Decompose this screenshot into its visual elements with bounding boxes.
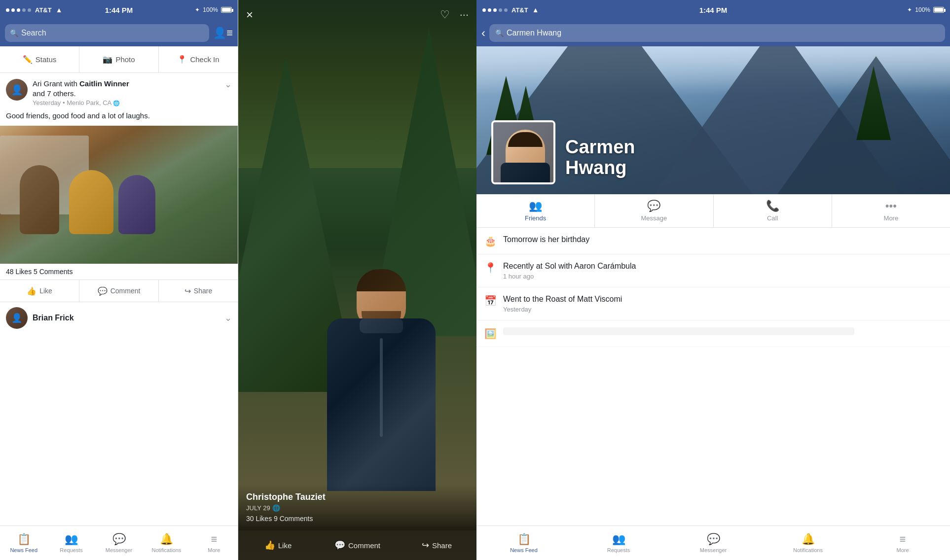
- comment-button[interactable]: 💬 Comment: [79, 280, 159, 302]
- signal-dot-p3-4: [499, 8, 502, 12]
- nav-requests-p3[interactable]: 👥 Requests: [571, 526, 666, 560]
- photo-label: Photo: [115, 55, 135, 64]
- avatar-hair: [508, 132, 543, 147]
- share-icon: ↪: [184, 286, 191, 296]
- nav-notifications-p3[interactable]: 🔔 Notifications: [761, 526, 855, 560]
- status-button[interactable]: ✏️ Status: [0, 46, 79, 72]
- nav-messenger[interactable]: 💬 Messenger: [95, 526, 143, 560]
- signal-dot-2: [11, 8, 15, 12]
- battery-fill-p3: [934, 8, 943, 12]
- post-photo[interactable]: [0, 126, 238, 264]
- more-icon-p1: ≡: [211, 533, 217, 546]
- post-sep: •: [63, 99, 65, 106]
- photo-info-bar: Christophe Tauziet JULY 29 🌐 30 Likes 9 …: [238, 484, 476, 530]
- photo-share-button[interactable]: ↪ Share: [397, 540, 476, 551]
- more-dots-icon[interactable]: ···: [460, 8, 469, 21]
- requests-label-p3: Requests: [607, 547, 630, 553]
- carrier-text-p3: AT&T: [512, 6, 528, 14]
- message-action-icon: 💬: [647, 200, 660, 212]
- wifi-icon: ▲: [56, 6, 63, 14]
- location-content: Recently at Sol with Aaron Carámbula 1 h…: [503, 261, 942, 280]
- nav-news-feed[interactable]: 📋 News Feed: [0, 526, 47, 560]
- nav-messenger-p3[interactable]: 💬 Messenger: [666, 526, 761, 560]
- battery-icon-p3: [933, 7, 944, 13]
- signal-dot-p3-2: [488, 8, 491, 12]
- post-text: Good friends, good food and a lot of lau…: [0, 110, 238, 126]
- checkin-label: Check In: [190, 55, 219, 64]
- post-date: Yesterday: [33, 99, 61, 106]
- nav-more-p1[interactable]: ≡ More: [190, 526, 238, 560]
- messenger-label-p3: Messenger: [700, 547, 727, 553]
- next-post-chevron: ⌄: [224, 313, 232, 323]
- photo-top-actions: ♡ ···: [440, 8, 469, 21]
- status-right-p3: ✦ 100%: [907, 6, 944, 13]
- next-post-preview: 👤 Brian Frick ⌄: [0, 302, 238, 334]
- like-label: Like: [39, 287, 52, 295]
- nav-more-p3[interactable]: ≡ More: [855, 526, 950, 560]
- profile-search-bar[interactable]: 🔍 Carmen Hwang: [489, 24, 945, 42]
- signal-dot-p3-1: [482, 8, 486, 12]
- more-label-p1: More: [208, 547, 220, 553]
- more-profile-button[interactable]: ••• More: [832, 194, 950, 227]
- photo-share-label: Share: [432, 541, 452, 550]
- notifications-label-p1: Notifications: [151, 547, 181, 553]
- friends-action-icon: 👥: [529, 200, 542, 212]
- friends-icon[interactable]: 👤≡: [213, 27, 233, 39]
- signal-dot-p3-3: [493, 8, 497, 12]
- status-time-p3: 1:44 PM: [699, 6, 728, 14]
- search-bar-p1: 🔍 Search 👤≡: [0, 20, 238, 46]
- photo-button[interactable]: 📷 Photo: [79, 46, 159, 72]
- share-label: Share: [194, 287, 212, 295]
- message-button[interactable]: 💬 Message: [595, 194, 713, 227]
- notifications-icon-p1: 🔔: [160, 533, 173, 546]
- info-birthday: 🎂 Tomorrow is her birthday: [476, 228, 950, 254]
- like-button[interactable]: 👍 Like: [0, 280, 79, 302]
- checkin-icon: 📍: [177, 55, 187, 64]
- messenger-icon: 💬: [112, 533, 126, 546]
- photo-comment-button[interactable]: 💬 Comment: [318, 540, 397, 551]
- signal-dot-4: [22, 8, 26, 12]
- nav-news-feed-p3[interactable]: 📋 News Feed: [476, 526, 571, 560]
- battery-body-p3: [933, 7, 944, 13]
- nav-requests[interactable]: 👥 Requests: [47, 526, 95, 560]
- info-event: 📅 Went to the Roast of Matt Viscomi Yest…: [476, 287, 950, 320]
- news-feed-label-p3: News Feed: [510, 547, 538, 553]
- checkin-button[interactable]: 📍 Check In: [159, 46, 238, 72]
- more-label-p3: More: [896, 547, 909, 553]
- signal-dot-5: [28, 8, 31, 12]
- search-input-container[interactable]: 🔍 Search: [5, 24, 209, 42]
- share-button[interactable]: ↪ Share: [159, 280, 238, 302]
- status-bar-p3: AT&T ▲ 1:44 PM ✦ 100%: [476, 0, 950, 20]
- post-chevron-icon[interactable]: ⌄: [224, 79, 232, 90]
- info-list: 🎂 Tomorrow is her birthday 📍 Recently at…: [476, 228, 950, 525]
- news-feed-icon: 📋: [17, 533, 31, 546]
- photo-viewer-panel: × ♡ ··· Christophe Tauziet JULY 29 🌐 30 …: [238, 0, 476, 560]
- nav-notifications-p1[interactable]: 🔔 Notifications: [143, 526, 190, 560]
- profile-avatar-image: [491, 120, 555, 184]
- bluetooth-icon-p3: ✦: [907, 6, 912, 13]
- birthday-icon: 🎂: [484, 235, 496, 247]
- back-button[interactable]: ‹: [481, 26, 485, 40]
- carrier-text: AT&T: [35, 6, 52, 14]
- post-location: Yesterday • Menlo Park, CA 🌐: [33, 99, 219, 106]
- friends-action-label: Friends: [525, 214, 546, 222]
- photo-date-text: JULY 29: [246, 504, 270, 512]
- battery-text-p3: 100%: [915, 6, 930, 13]
- profile-actions: 👥 Friends 💬 Message 📞 Call ••• More: [476, 194, 950, 228]
- call-button[interactable]: 📞 Call: [714, 194, 832, 227]
- search-icon: 🔍: [10, 29, 18, 37]
- heart-icon[interactable]: ♡: [440, 8, 450, 21]
- partial-icon: 🖼️: [484, 328, 496, 340]
- call-action-label: Call: [767, 214, 778, 222]
- battery-tip: [232, 9, 233, 12]
- search-placeholder: Search: [21, 29, 46, 37]
- close-button[interactable]: ×: [246, 9, 253, 21]
- status-label: Status: [36, 55, 57, 64]
- location-icon: 📍: [484, 262, 496, 274]
- friends-button[interactable]: 👥 Friends: [476, 194, 595, 227]
- event-title: Went to the Roast of Matt Viscomi: [503, 294, 942, 305]
- profile-search-value: Carmen Hwang: [507, 29, 561, 37]
- post-header: 👤 Ari Grant with Caitlin Winner and 7 ot…: [0, 73, 238, 110]
- photo-like-button[interactable]: 👍 Like: [238, 540, 318, 551]
- bottom-nav-p1: 📋 News Feed 👥 Requests 💬 Messenger 🔔 Not…: [0, 525, 238, 560]
